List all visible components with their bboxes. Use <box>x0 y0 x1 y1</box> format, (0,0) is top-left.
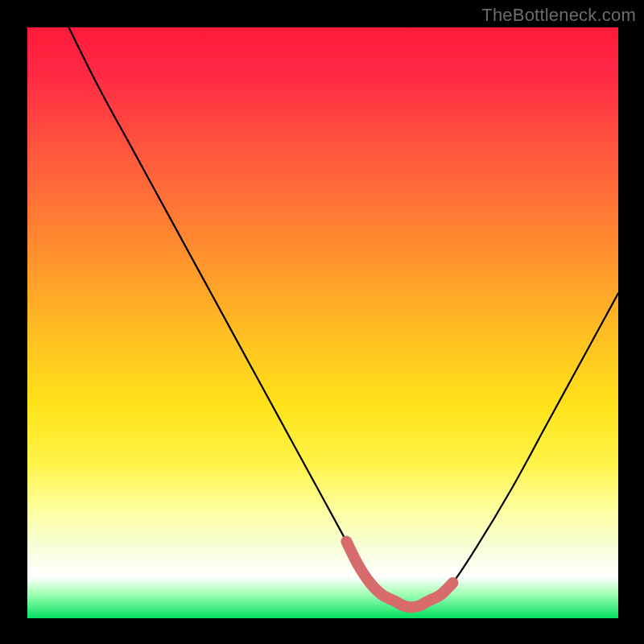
highlight-segment <box>346 542 452 608</box>
bottleneck-curve <box>68 27 618 607</box>
curve-svg <box>27 27 618 618</box>
chart-frame: TheBottleneck.com <box>0 0 644 644</box>
plot-area <box>27 27 618 618</box>
watermark-text: TheBottleneck.com <box>481 5 636 26</box>
